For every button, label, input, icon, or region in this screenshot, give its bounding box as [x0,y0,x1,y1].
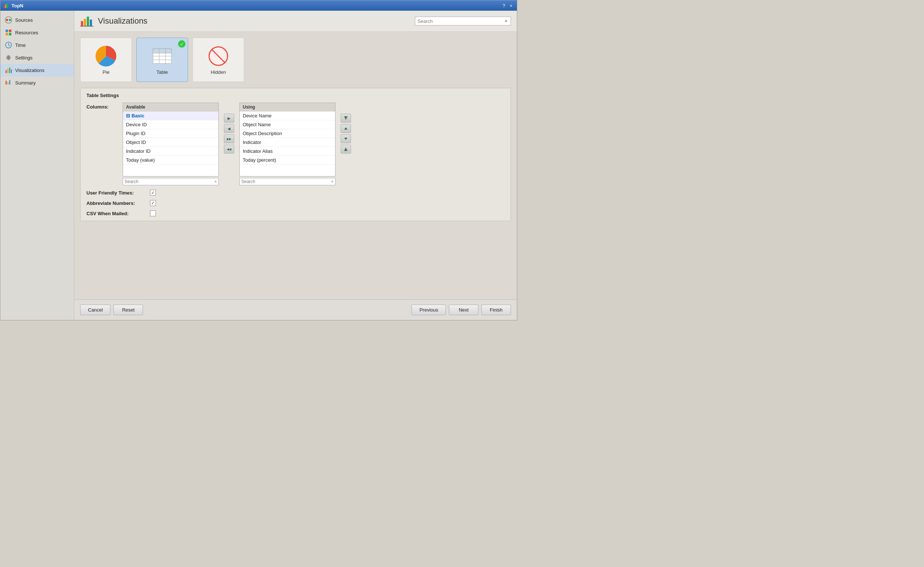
previous-button[interactable]: Previous [412,304,446,315]
sidebar-item-settings[interactable]: Settings [0,51,74,64]
title-bar-left: TopN [3,3,23,9]
sidebar-item-sources[interactable]: Sources [0,14,74,26]
sidebar-item-visualizations[interactable]: Visualizations [0,64,74,76]
available-item-object-id[interactable]: Object ID [123,138,218,147]
search-input[interactable] [417,18,504,24]
using-search-clear[interactable]: × [331,179,334,184]
sidebar-item-summary[interactable]: Summary [0,76,74,89]
finish-button[interactable]: Finish [482,304,511,315]
page-title: Visualizations [98,16,147,26]
columns-layout: Columns: Available ⊟ Basic Device ID Plu [86,103,505,185]
available-search-clear[interactable]: × [214,179,217,184]
svg-marker-40 [344,128,347,130]
using-header: Using [240,103,335,111]
scrollable-content: Pie ✓ Table [74,32,517,299]
available-group-basic[interactable]: ⊟ Basic [123,111,218,120]
available-search-box[interactable]: × [123,178,219,185]
viz-cards-container: Pie ✓ Table [80,38,511,82]
move-top-button[interactable] [341,114,351,123]
abbreviate-numbers-checkbox[interactable]: ✓ [150,200,156,206]
header-viz-icon [80,14,93,28]
using-item-device-name[interactable]: Device Name [240,111,335,120]
search-clear-icon[interactable]: × [504,18,509,24]
svg-line-13 [9,45,10,46]
svg-rect-10 [9,33,12,35]
available-search-input[interactable] [125,179,214,184]
move-all-left-button[interactable]: ◀◀ [224,145,234,154]
available-item-plugin-id[interactable]: Plugin ID [123,129,218,138]
svg-rect-25 [90,20,92,26]
csv-when-mailed-checkbox[interactable] [150,210,156,216]
help-button[interactable]: ? [501,3,507,9]
sidebar-item-time[interactable]: Time [0,39,74,51]
pie-card-label: Pie [103,69,110,75]
viz-card-hidden[interactable]: Hidden [193,38,244,82]
svg-point-5 [6,19,8,21]
sidebar: Sources Resources [0,11,74,320]
svg-rect-15 [6,70,7,73]
next-button[interactable]: Next [449,304,479,315]
close-button[interactable]: × [508,3,514,9]
available-header: Available [123,103,218,111]
move-left-button[interactable]: ◀ [224,124,234,133]
search-box[interactable]: × [415,16,511,26]
cancel-button[interactable]: Cancel [80,304,110,315]
available-item-today-value[interactable]: Today (value) [123,156,218,165]
move-down-button[interactable] [341,134,351,143]
group-label: Basic [131,113,144,118]
reset-button[interactable]: Reset [113,304,143,315]
using-listbox[interactable]: Using Device Name Object Name Object Des… [239,103,336,177]
sidebar-label-time: Time [15,42,26,48]
available-item-indicator-id[interactable]: Indicator ID [123,147,218,156]
abbreviate-numbers-label: Abbreviate Numbers: [86,201,146,206]
bottom-right-buttons: Previous Next Finish [412,304,511,315]
sidebar-label-sources: Sources [15,17,33,23]
csv-when-mailed-label: CSV When Mailed: [86,211,146,216]
sources-icon [5,16,12,24]
viz-card-pie[interactable]: Pie [80,38,132,82]
move-bottom-button[interactable] [341,145,351,154]
using-container: Using Device Name Object Name Object Des… [239,103,336,185]
title-bar: TopN ? × [0,0,517,11]
hidden-chart-icon [207,45,229,67]
svg-rect-8 [9,30,12,32]
svg-rect-24 [87,16,89,26]
main-window: TopN ? × Sources [0,0,517,320]
sidebar-item-resources[interactable]: Resources [0,26,74,39]
svg-rect-7 [6,30,8,32]
table-chart-icon [151,45,173,67]
available-item-device-id[interactable]: Device ID [123,120,218,129]
selected-checkmark: ✓ [178,40,185,48]
sidebar-label-resources: Resources [15,30,38,35]
svg-rect-21 [9,80,11,84]
using-item-object-desc[interactable]: Object Description [240,129,335,138]
move-right-button[interactable]: ▶ [224,114,234,123]
move-all-right-button[interactable]: ▶▶ [224,134,234,143]
using-item-today-percent[interactable]: Today (percent) [240,156,335,165]
order-buttons [339,103,353,154]
using-item-object-name[interactable]: Object Name [240,120,335,129]
svg-rect-9 [6,33,8,35]
using-item-indicator[interactable]: Indicator [240,138,335,147]
hidden-card-label: Hidden [211,69,226,75]
using-search-box[interactable]: × [239,178,336,185]
svg-rect-18 [11,69,12,73]
window-title: TopN [12,3,23,9]
move-up-button[interactable] [341,124,351,133]
table-settings-panel: Table Settings Columns: Available ⊟ Basi… [80,88,511,221]
using-item-indicator-alias[interactable]: Indicator Alias [240,147,335,156]
user-friendly-times-label: User Friendly Times: [86,190,146,196]
resources-icon [5,29,12,36]
bottom-left-buttons: Cancel Reset [80,304,143,315]
main-layout: Sources Resources [0,11,517,320]
using-search-input[interactable] [241,179,331,184]
summary-icon [5,79,12,86]
collapse-icon: ⊟ [126,113,130,118]
user-friendly-times-checkbox[interactable]: ✓ [150,190,156,196]
app-icon [3,3,9,9]
transfer-buttons: ▶ ◀ ▶▶ ◀◀ [222,103,236,154]
svg-rect-17 [9,68,11,73]
available-listbox[interactable]: Available ⊟ Basic Device ID Plugin ID Ob… [123,103,219,177]
content-header: Visualizations × [74,11,517,32]
viz-card-table[interactable]: ✓ Table [136,38,188,82]
